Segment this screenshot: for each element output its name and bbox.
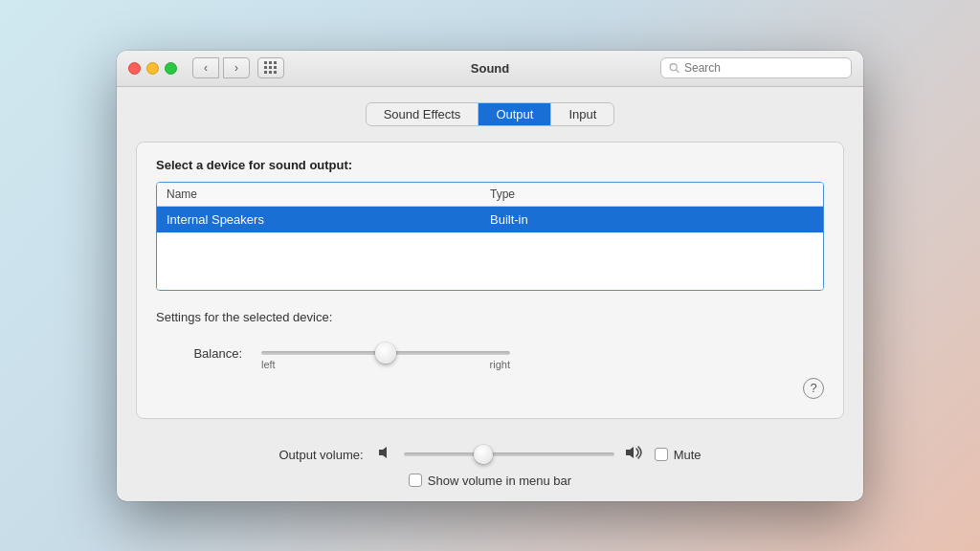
help-button-row: ? xyxy=(156,378,824,399)
tab-sound-effects[interactable]: Sound Effects xyxy=(367,103,479,125)
balance-label: Balance: xyxy=(185,346,242,361)
balance-row: Balance: left right xyxy=(156,338,824,370)
mute-checkbox[interactable] xyxy=(655,448,668,461)
device-name-cell: Internal Speakers xyxy=(167,212,490,227)
volume-slider-thumb[interactable] xyxy=(474,445,493,464)
svg-marker-3 xyxy=(626,447,634,458)
tabs-container: Sound Effects Output Input xyxy=(136,102,844,126)
maximize-button[interactable] xyxy=(165,62,177,75)
device-type-cell: Built-in xyxy=(490,212,813,227)
search-box[interactable] xyxy=(660,57,852,78)
section-title: Select a device for sound output: xyxy=(156,158,824,172)
table-row[interactable]: Internal Speakers Built-in xyxy=(157,207,823,232)
col-type-header: Type xyxy=(490,187,813,201)
balance-slider-thumb[interactable] xyxy=(375,342,396,364)
balance-slider-container: left right xyxy=(261,338,510,370)
tab-group: Sound Effects Output Input xyxy=(366,102,615,126)
settings-label: Settings for the selected device: xyxy=(156,310,824,324)
forward-button[interactable]: › xyxy=(223,57,250,78)
volume-slider-track[interactable] xyxy=(404,452,614,456)
device-table: Name Type Internal Speakers Built-in xyxy=(156,182,824,291)
output-volume-label: Output volume: xyxy=(278,448,363,462)
search-input[interactable] xyxy=(684,61,843,75)
balance-left-label: left xyxy=(261,359,276,370)
table-header: Name Type xyxy=(157,183,823,207)
mute-label: Mute xyxy=(674,448,702,462)
tab-output[interactable]: Output xyxy=(479,103,551,125)
col-name-header: Name xyxy=(167,187,490,201)
grid-button[interactable] xyxy=(257,57,284,78)
back-button[interactable]: ‹ xyxy=(192,57,219,78)
close-button[interactable] xyxy=(128,62,141,75)
svg-marker-2 xyxy=(379,447,387,458)
volume-row: Output volume: Mute xyxy=(278,444,701,466)
volume-high-icon xyxy=(624,444,645,466)
main-window: ‹ › Sound Sound Effects Output Inp xyxy=(117,51,863,501)
tab-input[interactable]: Input xyxy=(551,103,613,125)
traffic-lights xyxy=(128,62,177,75)
balance-right-label: right xyxy=(490,359,510,370)
search-icon xyxy=(669,62,679,74)
show-volume-menubar-checkbox[interactable] xyxy=(409,474,422,487)
output-panel: Select a device for sound output: Name T… xyxy=(136,142,844,419)
window-title: Sound xyxy=(471,61,509,76)
menubar-row: Show volume in menu bar xyxy=(409,474,571,488)
minimize-button[interactable] xyxy=(146,62,159,75)
volume-low-icon xyxy=(377,444,394,465)
balance-slider-track[interactable] xyxy=(261,351,510,355)
help-button[interactable]: ? xyxy=(803,378,824,399)
titlebar: ‹ › Sound xyxy=(117,51,863,87)
grid-icon xyxy=(264,61,278,75)
content-area: Sound Effects Output Input Select a devi… xyxy=(117,87,863,434)
show-volume-menubar-label: Show volume in menu bar xyxy=(428,474,571,488)
table-empty-area xyxy=(157,232,823,290)
nav-buttons: ‹ › xyxy=(192,57,250,78)
bottom-bar: Output volume: Mute xyxy=(117,434,863,501)
svg-line-1 xyxy=(676,70,679,73)
mute-row: Mute xyxy=(655,448,702,462)
